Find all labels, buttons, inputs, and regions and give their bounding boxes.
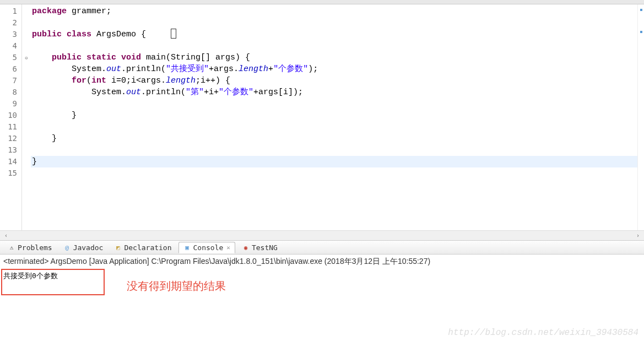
line-number: 11 (0, 121, 21, 133)
testng-icon: ◉ (242, 243, 250, 251)
annotation-box (1, 269, 105, 295)
fold-marker (22, 63, 31, 75)
tab-label: Javadoc (73, 243, 104, 252)
code-line[interactable]: public class ArgsDemo { (31, 29, 644, 40)
code-body[interactable]: package grammer;public class ArgsDemo { … (31, 4, 644, 230)
line-number-gutter: 123456789101112131415 (0, 4, 22, 230)
code-line[interactable]: } (31, 110, 644, 121)
fold-marker: ⊖ (22, 52, 31, 63)
line-number: 1 (0, 6, 21, 17)
tab-label: Declaration (124, 243, 171, 252)
code-line[interactable]: System.out.println("第"+i+"个参数"+args[i]); (31, 86, 644, 98)
tab-label: Console (193, 243, 224, 252)
fold-marker (22, 29, 31, 40)
tab-label: TestNG (252, 243, 278, 252)
line-number: 2 (0, 17, 21, 29)
views-tab-bar: ⚠ Problems @ Javadoc ◩ Declaration ▣ Con… (0, 240, 644, 255)
line-number: 4 (0, 40, 21, 52)
tab-problems[interactable]: ⚠ Problems (3, 242, 57, 253)
code-line[interactable] (31, 144, 644, 156)
code-line[interactable]: System.out.println("共接受到"+args.length+"个… (31, 63, 644, 75)
code-line[interactable] (31, 121, 644, 133)
fold-marker (22, 144, 31, 156)
line-number: 15 (0, 167, 21, 179)
fold-marker (22, 98, 31, 110)
code-line[interactable] (31, 167, 644, 179)
line-number: 8 (0, 86, 21, 98)
overview-ruler (637, 4, 644, 230)
code-line[interactable]: } (31, 156, 644, 167)
ruler-marker (640, 9, 642, 11)
line-number: 10 (0, 110, 21, 121)
scroll-left-icon[interactable]: ‹ (2, 232, 10, 240)
console-header: <terminated> ArgsDemo [Java Application]… (0, 255, 644, 269)
line-number: 13 (0, 144, 21, 156)
line-number: 6 (0, 63, 21, 75)
fold-marker (22, 133, 31, 144)
fold-marker (22, 17, 31, 29)
fold-marker (22, 6, 31, 17)
declaration-icon: ◩ (114, 243, 122, 251)
tab-console[interactable]: ▣ Console ✕ (178, 242, 235, 253)
fold-marker (22, 75, 31, 86)
annotation-text: 没有得到期望的结果 (127, 279, 226, 294)
fold-marker (22, 86, 31, 98)
code-line[interactable]: public static void main(String[] args) { (31, 52, 644, 63)
line-number: 5 (0, 52, 21, 63)
line-number: 9 (0, 98, 21, 110)
text-cursor (171, 29, 176, 39)
console-icon: ▣ (183, 243, 191, 251)
ruler-marker (640, 31, 642, 33)
close-icon[interactable]: ✕ (226, 244, 230, 251)
fold-marker (22, 167, 31, 179)
code-line[interactable] (31, 98, 644, 110)
fold-marker (22, 110, 31, 121)
line-number: 14 (0, 156, 21, 167)
fold-marker (22, 156, 31, 167)
line-number: 7 (0, 75, 21, 86)
code-editor[interactable]: 123456789101112131415 ⊖ package grammer;… (0, 4, 644, 230)
tab-label: Problems (18, 243, 52, 252)
tab-javadoc[interactable]: @ Javadoc (59, 242, 108, 253)
horizontal-scrollbar[interactable]: ‹ › (0, 230, 644, 240)
code-line[interactable]: } (31, 133, 644, 144)
code-line[interactable] (31, 40, 644, 52)
problems-icon: ⚠ (8, 243, 15, 251)
fold-marker (22, 121, 31, 133)
editor-tabs-bar (0, 0, 644, 4)
tab-declaration[interactable]: ◩ Declaration (110, 242, 176, 253)
console-output[interactable]: 共接受到0个参数 没有得到期望的结果 (0, 269, 644, 324)
code-line[interactable]: for(int i=0;i<args.length;i++) { (31, 75, 644, 86)
marker-column: ⊖ (22, 4, 31, 230)
watermark-text: http://blog.csdn.net/weixin_39430584 (448, 328, 638, 338)
line-number: 3 (0, 29, 21, 40)
code-line[interactable] (31, 17, 644, 29)
scroll-right-icon[interactable]: › (634, 232, 642, 240)
code-line[interactable]: package grammer; (31, 6, 644, 17)
javadoc-icon: @ (63, 243, 71, 251)
fold-marker (22, 40, 31, 52)
tab-testng[interactable]: ◉ TestNG (237, 242, 282, 253)
line-number: 12 (0, 133, 21, 144)
